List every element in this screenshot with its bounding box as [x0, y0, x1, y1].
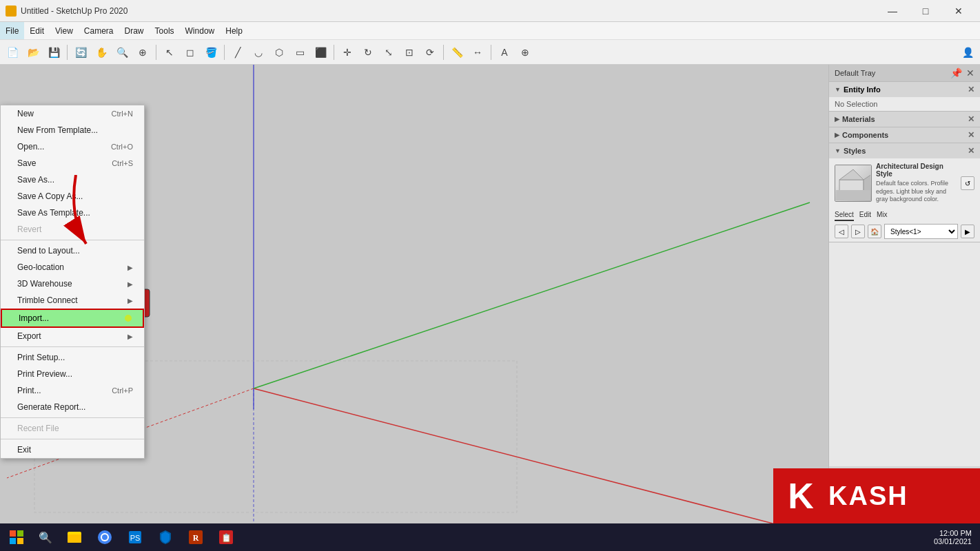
menu-item-new[interactable]: New Ctrl+N	[1, 105, 144, 122]
menu-item-printsetup[interactable]: Print Setup...	[1, 349, 144, 366]
menu-item-trimble[interactable]: Trimble Connect ▶	[1, 292, 144, 309]
app-icon	[6, 6, 17, 17]
menu-item-exit[interactable]: Exit	[1, 441, 144, 458]
styles-tab-edit[interactable]: Edit	[859, 211, 871, 221]
entity-info-close-icon[interactable]: ✕	[968, 85, 974, 94]
styles-section: ▼ Styles ✕ Arc	[829, 143, 980, 242]
toolbar-rect[interactable]: ▭	[290, 43, 309, 62]
toolbar-pan[interactable]: ✋	[92, 43, 111, 62]
taskbar-extra-icon[interactable]: 📋	[212, 523, 240, 551]
menu-file[interactable]: File	[0, 22, 24, 39]
menu-item-import[interactable]: Import...	[1, 309, 144, 328]
toolbar: 📄 📂 💾 🔄 ✋ 🔍 ⊕ ↖ ◻ 🪣 ╱ ◡ ⬡ ▭ ⬛ ✛ ↻ ⤡ ⊡ ⟳ …	[0, 40, 980, 65]
entity-info-section: ▼ Entity Info ✕ No Selection	[829, 82, 980, 112]
menu-item-3dwarehouse[interactable]: 3D Warehouse ▶	[1, 276, 144, 292]
styles-tab-select[interactable]: Select	[835, 211, 854, 221]
style-update-btn[interactable]: ↺	[961, 176, 974, 190]
toolbar-dim[interactable]: ↔	[468, 43, 487, 62]
styles-tab-mix[interactable]: Mix	[877, 211, 888, 221]
toolbar-arc[interactable]: ◡	[249, 43, 268, 62]
menu-item-revert-label: Revert	[17, 225, 41, 234]
styles-home-btn[interactable]: 🏠	[868, 225, 881, 238]
taskbar-shield-icon[interactable]	[152, 523, 179, 551]
toolbar-save[interactable]: 💾	[44, 43, 63, 62]
toolbar-zoomext[interactable]: ⊕	[133, 43, 152, 62]
taskbar-revit-icon[interactable]: R	[182, 523, 210, 551]
svg-rect-26	[17, 530, 23, 537]
toolbar-new[interactable]: 📄	[3, 43, 22, 62]
canvas-area[interactable]: New Ctrl+N New From Template... Open... …	[0, 65, 828, 523]
toolbar-shape[interactable]: ⬡	[269, 43, 289, 62]
menu-window[interactable]: Window	[180, 22, 221, 39]
styles-dropdown[interactable]: Styles<1>	[884, 224, 958, 239]
toolbar-move[interactable]: ✛	[338, 43, 357, 62]
maximize-button[interactable]: □	[910, 0, 941, 22]
toolbar-rotate[interactable]: ↻	[358, 43, 378, 62]
menu-item-report[interactable]: Generate Report...	[1, 399, 144, 415]
materials-header[interactable]: ▶ Materials ✕	[829, 112, 980, 127]
styles-prev-btn[interactable]: ◁	[835, 225, 848, 238]
menu-item-export[interactable]: Export ▶	[1, 328, 144, 344]
styles-next-btn[interactable]: ▷	[851, 225, 865, 238]
styles-title: Styles	[844, 147, 866, 155]
watermark-k-letter: K	[773, 468, 828, 523]
tray-pin-icon[interactable]: 📌	[950, 67, 962, 79]
close-button[interactable]: ✕	[943, 0, 974, 22]
menu-item-save[interactable]: Save Ctrl+S	[1, 155, 144, 171]
menu-item-new-template[interactable]: New From Template...	[1, 122, 144, 138]
menu-camera[interactable]: Camera	[79, 22, 119, 39]
tray-title: Default Tray	[835, 69, 875, 77]
styles-close-icon[interactable]: ✕	[968, 146, 974, 156]
tray-close-icon[interactable]: ✕	[966, 67, 974, 79]
menu-item-layout-label: Send to Layout...	[17, 246, 80, 256]
toolbar-tape[interactable]: 📏	[447, 43, 467, 62]
styles-detail-btn[interactable]: ▶	[961, 225, 974, 238]
menu-item-printpreview[interactable]: Print Preview...	[1, 366, 144, 382]
entity-collapse-icon: ▼	[835, 86, 841, 93]
toolbar-axes[interactable]: ⊕	[515, 43, 535, 62]
titlebar: Untitled - SketchUp Pro 2020 — □ ✕	[0, 0, 980, 22]
toolbar-follow[interactable]: ⟳	[420, 43, 440, 62]
menu-draw[interactable]: Draw	[119, 22, 150, 39]
menu-help[interactable]: Help	[220, 22, 248, 39]
menu-item-layout[interactable]: Send to Layout...	[1, 242, 144, 259]
styles-header[interactable]: ▼ Styles ✕	[829, 143, 980, 158]
menu-tools[interactable]: Tools	[150, 22, 180, 39]
components-section: ▶ Components ✕	[829, 127, 980, 143]
menu-item-savecopy[interactable]: Save A Copy As...	[1, 188, 144, 205]
style-cube-inner	[835, 165, 871, 201]
toolbar-zoom[interactable]: 🔍	[112, 43, 132, 62]
toolbar-open[interactable]: 📂	[23, 43, 43, 62]
components-close-icon[interactable]: ✕	[968, 130, 974, 140]
toolbar-text[interactable]: A	[495, 43, 514, 62]
menu-item-saveas[interactable]: Save As...	[1, 171, 144, 188]
svg-rect-30	[68, 534, 81, 543]
toolbar-line[interactable]: ╱	[228, 43, 247, 62]
toolbar-select[interactable]: ↖	[160, 43, 179, 62]
toolbar-eraser[interactable]: ◻	[181, 43, 200, 62]
menu-item-savetemplate[interactable]: Save As Template...	[1, 205, 144, 221]
toolbar-orbit[interactable]: 🔄	[71, 43, 90, 62]
taskbar-files-icon[interactable]	[61, 523, 88, 551]
taskbar-paint-icon[interactable]: PS	[121, 523, 149, 551]
minimize-button[interactable]: —	[877, 0, 908, 22]
taskbar-start-button[interactable]	[3, 523, 30, 551]
menu-sep4	[1, 439, 144, 439]
toolbar-scale[interactable]: ⤡	[379, 43, 398, 62]
materials-close-icon[interactable]: ✕	[968, 114, 974, 124]
svg-marker-22	[839, 169, 864, 180]
taskbar-chrome-icon[interactable]	[91, 523, 119, 551]
menu-item-new-shortcut: Ctrl+N	[112, 110, 133, 118]
menu-item-print[interactable]: Print... Ctrl+P	[1, 382, 144, 399]
entity-info-header[interactable]: ▼ Entity Info ✕	[829, 82, 980, 97]
taskbar-search-button[interactable]: 🔍	[33, 525, 58, 550]
toolbar-3d[interactable]: ⬛	[311, 43, 330, 62]
toolbar-account[interactable]: 👤	[958, 43, 977, 62]
toolbar-push[interactable]: ⊡	[400, 43, 419, 62]
menu-item-open[interactable]: Open... Ctrl+O	[1, 138, 144, 155]
menu-item-geolocation[interactable]: Geo-location ▶	[1, 259, 144, 276]
menu-view[interactable]: View	[50, 22, 79, 39]
components-header[interactable]: ▶ Components ✕	[829, 127, 980, 143]
menu-edit[interactable]: Edit	[24, 22, 50, 39]
toolbar-paint[interactable]: 🪣	[201, 43, 221, 62]
